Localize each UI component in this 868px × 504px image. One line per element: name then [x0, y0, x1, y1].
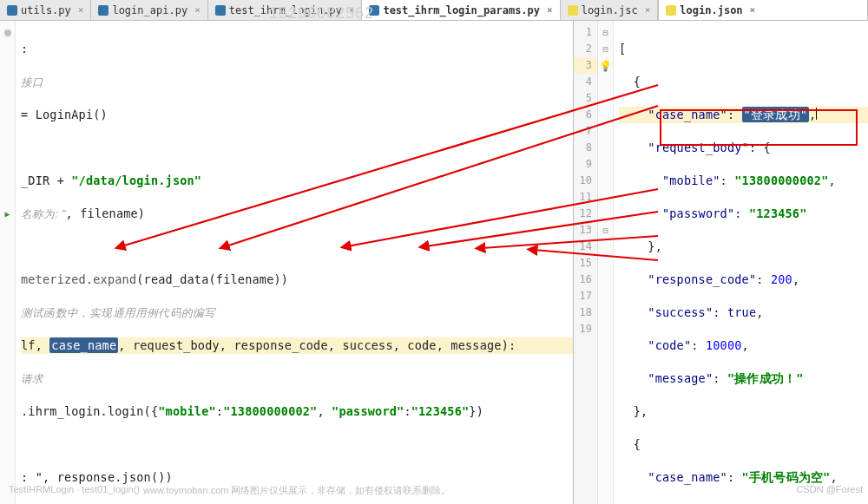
- fold-icon[interactable]: ⊟: [602, 226, 608, 235]
- tab-test-ihrm-login-params[interactable]: test_ihrm_login_params.py×: [362, 0, 560, 20]
- tab-login-json[interactable]: login.json×: [659, 0, 868, 20]
- editor-right: 12345678910111213141516171819 ⊟ ⊟ 💡 ⊟ [ …: [573, 21, 868, 504]
- caret-icon: [816, 108, 817, 120]
- right-line-gutter: 12345678910111213141516171819: [574, 21, 598, 504]
- tab-login-jsc[interactable]: login.jsc×: [561, 0, 659, 20]
- footer-watermarks: TestIHRMLogin · test01_login() www.toymo…: [0, 484, 868, 497]
- lightbulb-icon[interactable]: 💡: [599, 60, 612, 72]
- tab-bar: utils.py× login_api.py× test_ihrm_login.…: [0, 0, 868, 21]
- close-icon[interactable]: ×: [645, 4, 651, 16]
- watermark-phone: 15296082562: [269, 4, 374, 23]
- json-icon: [666, 5, 676, 16]
- fold-icon[interactable]: ⊟: [602, 28, 608, 37]
- right-gutter-marks: ⊟ ⊟ 💡 ⊟: [598, 21, 614, 504]
- close-icon[interactable]: ×: [547, 4, 553, 16]
- selection-login-success: "登录成功": [742, 107, 809, 122]
- run-icon[interactable]: ▶: [4, 209, 10, 219]
- close-icon[interactable]: ×: [750, 4, 756, 16]
- tab-utils[interactable]: utils.py×: [0, 0, 91, 20]
- close-icon[interactable]: ×: [194, 4, 201, 16]
- close-icon[interactable]: ×: [78, 4, 84, 16]
- file-icon: [568, 5, 578, 16]
- python-icon: [7, 5, 17, 16]
- python-icon: [215, 5, 226, 16]
- left-code-area[interactable]: : 接口 = LoginApi() _DIR + "/data/login.js…: [16, 21, 573, 504]
- highlighted-signature-line: lf, case_name, request_body, response_co…: [21, 337, 573, 354]
- breakpoint-icon[interactable]: [4, 29, 11, 36]
- left-gutter-marks: ▶: [0, 21, 16, 504]
- selection-case-name: case_name: [49, 337, 118, 353]
- right-code-area[interactable]: [ { "case_name": "登录成功", "request_body":…: [614, 21, 868, 504]
- tab-login-api[interactable]: login_api.py×: [91, 0, 207, 20]
- python-icon: [98, 5, 108, 16]
- fold-icon[interactable]: ⊟: [602, 44, 608, 54]
- editor-left: ▶ : 接口 = LoginApi() _DIR + "/data/login.…: [0, 21, 573, 504]
